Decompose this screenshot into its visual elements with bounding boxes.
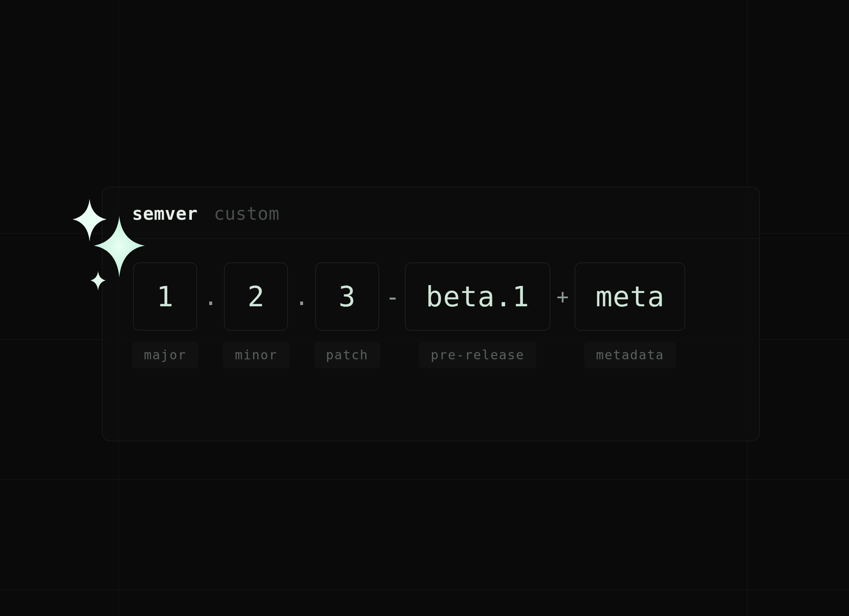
segment-metadata: meta metadata (575, 263, 685, 368)
grid-line (0, 479, 849, 480)
segment-major-value: 1 (157, 280, 174, 313)
tab-row: semver custom (102, 187, 759, 239)
segment-prerelease-value: beta.1 (426, 280, 529, 313)
card-body: 1 major . 2 minor . 3 patch - (102, 239, 759, 389)
grid-line (0, 590, 849, 590)
segment-row: 1 major . 2 minor . 3 patch - (132, 263, 730, 368)
segment-minor: 2 minor (223, 263, 289, 368)
segment-minor-box[interactable]: 2 (224, 263, 288, 330)
version-card: semver custom 1 major . 2 minor . 3 (102, 187, 760, 441)
segment-metadata-box[interactable]: meta (575, 263, 685, 330)
segment-patch-label: patch (314, 342, 380, 368)
separator-dot: . (290, 263, 314, 330)
tab-custom[interactable]: custom (214, 203, 280, 224)
separator-dash: - (380, 263, 405, 330)
segment-major-label: major (132, 342, 198, 368)
segment-prerelease: beta.1 pre-release (405, 263, 550, 368)
segment-patch: 3 patch (314, 263, 380, 368)
segment-prerelease-label: pre-release (419, 342, 537, 368)
segment-metadata-label: metadata (584, 342, 676, 368)
separator-dot: . (198, 263, 223, 330)
segment-major-box[interactable]: 1 (133, 263, 197, 330)
segment-minor-value: 2 (247, 280, 265, 313)
separator-plus: + (550, 263, 575, 330)
segment-patch-value: 3 (338, 280, 356, 313)
segment-prerelease-box[interactable]: beta.1 (405, 263, 550, 330)
tab-semver[interactable]: semver (132, 203, 198, 224)
segment-major: 1 major (132, 263, 198, 368)
segment-minor-label: minor (223, 342, 289, 368)
segment-metadata-value: meta (596, 280, 665, 313)
segment-patch-box[interactable]: 3 (315, 263, 379, 330)
